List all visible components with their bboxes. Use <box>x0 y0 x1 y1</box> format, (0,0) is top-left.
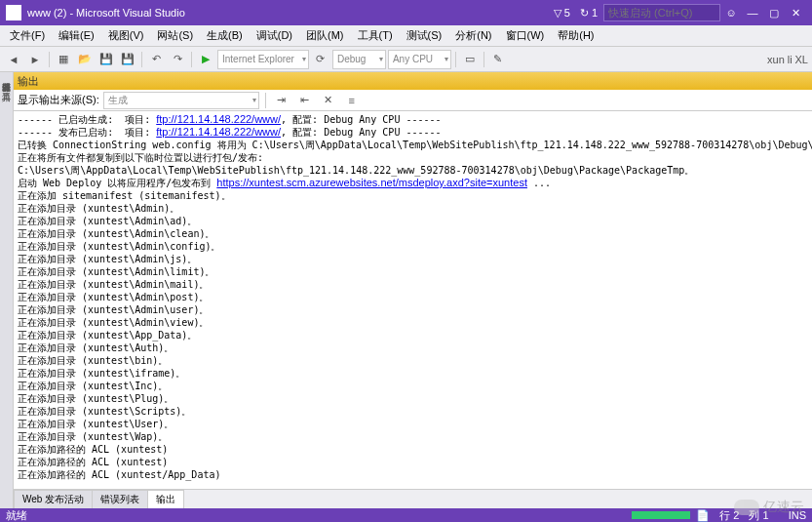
tool-icon-2[interactable]: ✎ <box>488 50 508 69</box>
main-toolbar: ◄ ► ▦ 📂 💾 💾 ↶ ↷ ▶ Internet Explorer ⟳ De… <box>0 47 812 72</box>
save-all-icon[interactable]: 💾 <box>118 50 137 69</box>
start-icon[interactable]: ▶ <box>196 50 215 69</box>
menu-item[interactable]: 团队(M) <box>300 26 350 45</box>
updates-icon[interactable]: ↻ 1 <box>580 7 598 20</box>
output-goto-icon[interactable]: ⇥ <box>272 91 291 110</box>
output-prev-icon[interactable]: ⇤ <box>295 91 315 110</box>
menu-item[interactable]: 分析(N) <box>449 26 497 45</box>
status-ins: INS <box>789 509 806 521</box>
left-tool-tabs[interactable]: 服务器资源管理器 工具箱 <box>0 72 14 508</box>
tool-icon-1[interactable]: ▭ <box>460 50 480 69</box>
output-source-combo[interactable]: 生成 <box>103 92 259 109</box>
status-line: 行 2 <box>719 508 739 523</box>
nav-fwd-icon[interactable]: ► <box>25 50 45 69</box>
browser-combo[interactable]: Internet Explorer <box>217 50 309 69</box>
redo-icon[interactable]: ↷ <box>168 50 187 69</box>
menu-item[interactable]: 编辑(E) <box>53 26 100 45</box>
notifications-flag-icon[interactable]: ▽ 5 <box>554 7 570 20</box>
menu-bar: 文件(F)编辑(E)视图(V)网站(S)生成(B)调试(D)团队(M)工具(T)… <box>0 25 812 47</box>
config-combo[interactable]: Debug <box>332 50 386 69</box>
nav-back-icon[interactable]: ◄ <box>4 50 23 69</box>
output-body[interactable]: ------ 已启动生成: 项目: ftp://121.14.148.222/w… <box>14 111 812 489</box>
quick-launch-input[interactable] <box>603 4 720 21</box>
output-source-label: 显示输出来源(S): <box>18 93 99 107</box>
refresh-icon[interactable]: ⟳ <box>311 50 330 69</box>
vs-logo-icon <box>6 5 21 20</box>
status-bar: 就绪 📄 行 2 列 1 INS <box>0 508 812 522</box>
menu-item[interactable]: 生成(B) <box>201 26 249 45</box>
close-button[interactable]: ✕ <box>785 7 806 20</box>
menu-item[interactable]: 调试(D) <box>251 26 298 45</box>
signed-in-user[interactable]: xun li XL <box>767 54 808 65</box>
status-progress <box>632 511 690 519</box>
minimize-button[interactable]: — <box>742 7 763 19</box>
menu-item[interactable]: 工具(T) <box>352 26 399 45</box>
status-filetype-icon: 📄 <box>696 509 710 522</box>
feedback-icon[interactable]: ☺ <box>720 7 742 19</box>
output-tab[interactable]: Web 发布活动 <box>14 490 93 508</box>
output-wrap-icon[interactable]: ≡ <box>342 91 362 110</box>
output-tab[interactable]: 错误列表 <box>92 490 148 508</box>
menu-item[interactable]: 窗口(W) <box>500 26 551 45</box>
menu-item[interactable]: 网站(S) <box>151 26 199 45</box>
open-icon[interactable]: 📂 <box>75 50 95 69</box>
output-tab[interactable]: 输出 <box>147 490 184 508</box>
output-source-bar: 显示输出来源(S): 生成 ⇥ ⇤ ✕ ≡ <box>14 90 812 111</box>
save-icon[interactable]: 💾 <box>97 50 116 69</box>
output-tabs: Web 发布活动错误列表输出 <box>14 489 812 508</box>
output-title: 输出 <box>18 74 39 89</box>
window-title: www (2) - Microsoft Visual Studio <box>27 7 185 19</box>
status-col: 列 1 <box>749 508 768 523</box>
title-bar: www (2) - Microsoft Visual Studio ▽ 5 ↻ … <box>0 0 812 25</box>
status-ready: 就绪 <box>6 508 27 523</box>
menu-item[interactable]: 文件(F) <box>4 26 51 45</box>
undo-icon[interactable]: ↶ <box>146 50 166 69</box>
output-header: 输出 ▾ 📌 ✕ <box>14 72 812 90</box>
menu-item[interactable]: 帮助(H) <box>552 26 599 45</box>
maximize-button[interactable]: ▢ <box>763 7 785 20</box>
menu-item[interactable]: 测试(S) <box>401 26 448 45</box>
new-project-icon[interactable]: ▦ <box>54 50 73 69</box>
platform-combo[interactable]: Any CPU <box>388 50 451 69</box>
menu-item[interactable]: 视图(V) <box>102 26 150 45</box>
output-clear-icon[interactable]: ✕ <box>319 91 338 110</box>
